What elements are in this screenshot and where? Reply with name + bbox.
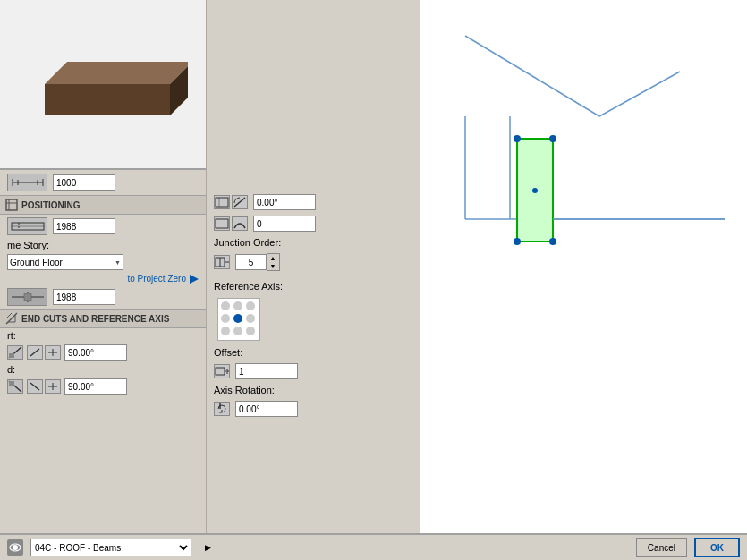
pos-icon-svg — [10, 219, 46, 233]
beam-front — [45, 84, 170, 115]
to-project-value-row: 1988 — [0, 285, 206, 309]
start-angle-1-input[interactable]: 90.00° — [64, 344, 127, 361]
canvas-area — [420, 0, 747, 533]
start-icon-1-svg — [29, 347, 41, 358]
svg-rect-5 — [6, 199, 17, 210]
ref-dot-bl[interactable] — [221, 327, 230, 335]
end-label: d: — [7, 364, 15, 375]
rp-icon-angle — [232, 195, 248, 209]
rp-angle-icons-2 — [214, 216, 248, 231]
story-select-wrapper[interactable]: Ground Floor — [7, 254, 123, 270]
ref-dot-mr[interactable] — [246, 314, 255, 323]
layer-visibility-icon[interactable] — [7, 539, 23, 556]
handle-tl[interactable] — [514, 135, 521, 142]
story-select[interactable]: Ground Floor — [7, 254, 123, 270]
ref-axis-grid-wrapper — [210, 294, 416, 344]
svg-rect-30 — [216, 219, 228, 228]
junction-value-input[interactable]: 5 — [235, 254, 267, 270]
junction-spinner-btns: ▲ ▼ — [267, 253, 280, 271]
left-panel: 1000 POSITIONING — [0, 0, 420, 533]
positioning-header: POSITIONING — [0, 195, 206, 215]
layer-arrow-btn[interactable]: ▶ — [199, 539, 216, 556]
ref-dot-bc[interactable] — [233, 327, 242, 335]
pos-angle-2-input[interactable]: 0 — [253, 216, 316, 232]
bottom-bar: 04C - ROOF - Beams ▶ Cancel OK — [0, 533, 747, 560]
beam-top — [45, 62, 188, 84]
cancel-button[interactable]: Cancel — [636, 538, 687, 557]
ref-dot-tr[interactable] — [246, 301, 255, 310]
layer-select[interactable]: 04C - ROOF - Beams — [30, 539, 191, 556]
ref-dot-tl[interactable] — [221, 301, 230, 310]
axis-rotation-icon — [214, 402, 230, 416]
handle-bl[interactable] — [514, 238, 521, 245]
junction-order-row: Junction Order: — [210, 234, 416, 250]
right-divider-1 — [210, 276, 416, 276]
end-icon-2[interactable] — [45, 379, 61, 394]
svg-line-16 — [6, 313, 12, 318]
offset-icon-svg — [215, 364, 229, 378]
end-angle-input[interactable]: 90.00° — [64, 378, 127, 395]
canvas-bg — [420, 0, 747, 533]
end-outer-icon — [7, 379, 23, 394]
junction-icon — [214, 255, 230, 269]
pos-value-input[interactable]: 1988 — [53, 218, 115, 234]
rp-angle-row-1: 0.00° — [210, 191, 416, 213]
rp-angle-row-2: 0 — [210, 213, 416, 234]
end-icon-1[interactable] — [27, 379, 43, 394]
preview-area — [0, 0, 206, 170]
rp-icon-wall-svg — [215, 196, 229, 208]
junction-down-btn[interactable]: ▼ — [267, 262, 279, 270]
end-cuts-title: END CUTS AND REFERENCE AXIS — [21, 314, 169, 324]
svg-point-40 — [13, 545, 18, 550]
rp-icon-wall-2 — [214, 216, 230, 231]
width-row: 1000 — [0, 170, 206, 195]
offset-input[interactable]: 1 — [235, 363, 298, 379]
rp-icon-arc-svg — [233, 217, 247, 230]
rp-angle-icons-1 — [214, 195, 248, 209]
offset-value-row: 1 — [210, 361, 416, 382]
right-column: 0.00° — [206, 0, 420, 533]
width-icon-svg — [11, 176, 45, 189]
start-outer-icon — [7, 345, 23, 360]
axis-rotation-input[interactable]: 0.00° — [235, 401, 298, 417]
start-icon-2[interactable] — [45, 345, 61, 360]
offset-label: Offset: — [214, 347, 242, 358]
left-column: 1000 POSITIONING — [0, 0, 206, 533]
svg-line-19 — [30, 349, 39, 356]
pos-angle-1-input[interactable]: 0.00° — [253, 194, 316, 210]
story-label: me Story: — [7, 240, 49, 250]
end-icon-2-svg — [47, 381, 59, 392]
junction-order-value-row: 5 ▲ ▼ — [210, 250, 416, 274]
junction-up-btn[interactable]: ▲ — [267, 254, 279, 262]
svg-rect-23 — [9, 381, 14, 386]
ok-button[interactable]: OK — [694, 538, 740, 557]
ref-dot-br[interactable] — [246, 327, 255, 335]
pos-icon — [7, 217, 47, 235]
ref-dot-ml[interactable] — [221, 314, 230, 323]
pos-right-header — [210, 170, 416, 191]
canvas-svg — [420, 0, 747, 533]
svg-rect-34 — [216, 368, 225, 375]
to-project-icon — [190, 275, 199, 284]
positioning-title: POSITIONING — [21, 200, 81, 210]
start-angle-row: 90.00° — [0, 343, 206, 362]
ref-axis-grid[interactable] — [217, 298, 260, 341]
start-icon-2-svg — [47, 347, 59, 358]
handle-br[interactable] — [549, 238, 556, 245]
axis-rotation-icon-svg — [215, 402, 229, 416]
handle-tr[interactable] — [549, 135, 556, 142]
rp-icon-wall-2-svg — [215, 217, 229, 230]
width-input[interactable]: 1000 — [53, 174, 115, 191]
end-label-row: d: — [0, 362, 206, 377]
positioning-icon — [5, 199, 18, 211]
svg-rect-27 — [216, 198, 228, 207]
ref-dot-mc[interactable] — [233, 314, 242, 323]
ref-dot-tc[interactable] — [233, 301, 242, 310]
to-project-label: to Project Zero — [127, 274, 186, 284]
beam-3d-preview — [18, 26, 188, 142]
start-icon-1[interactable] — [27, 345, 43, 360]
to-project-input[interactable]: 1988 — [53, 289, 115, 305]
pos-row-1: 1988 — [0, 215, 206, 238]
end-cuts-header: END CUTS AND REFERENCE AXIS — [0, 309, 206, 328]
offset-icon — [214, 364, 230, 378]
